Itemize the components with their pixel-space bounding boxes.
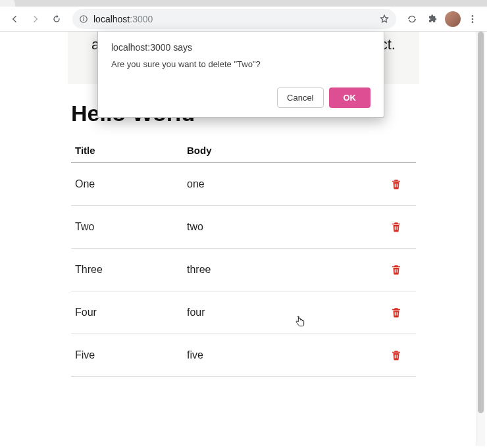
omnibox[interactable]: localhost:3000 bbox=[72, 9, 396, 29]
cell-title: Three bbox=[71, 248, 183, 291]
arrow-right-icon bbox=[30, 14, 41, 24]
data-table: Title Body One one Two two Three three F… bbox=[71, 138, 416, 377]
url-port: :3000 bbox=[130, 14, 153, 24]
dialog-message: Are you sure you want to delete "Two"? bbox=[111, 59, 371, 69]
ok-button[interactable]: OK bbox=[329, 87, 371, 108]
chrome-menu-button[interactable] bbox=[463, 10, 482, 28]
cell-body: four bbox=[183, 291, 376, 334]
table-row: Five five bbox=[71, 334, 416, 376]
cell-body: one bbox=[183, 162, 376, 205]
delete-button[interactable] bbox=[387, 218, 405, 236]
trash-icon bbox=[390, 178, 402, 190]
extensions-button[interactable] bbox=[424, 10, 442, 28]
back-button[interactable] bbox=[5, 10, 24, 28]
delete-button[interactable] bbox=[387, 261, 405, 279]
table-row: One one bbox=[71, 162, 416, 205]
kebab-icon bbox=[467, 14, 478, 24]
cell-body: five bbox=[183, 334, 376, 376]
delete-button[interactable] bbox=[387, 346, 405, 364]
reload-icon bbox=[51, 14, 62, 24]
svg-rect-2 bbox=[83, 16, 84, 17]
col-body-header: Body bbox=[183, 138, 376, 163]
sync-icon bbox=[407, 14, 417, 24]
table-row: Two two bbox=[71, 205, 416, 248]
confirm-dialog: localhost:3000 says Are you sure you wan… bbox=[97, 32, 384, 118]
site-info-icon[interactable] bbox=[79, 14, 88, 24]
col-title-header: Title bbox=[71, 138, 183, 163]
reload-button[interactable] bbox=[47, 10, 66, 28]
cell-body: three bbox=[183, 248, 376, 291]
scrollbar-thumb[interactable] bbox=[478, 32, 484, 413]
cell-title: Five bbox=[71, 334, 183, 376]
forward-button[interactable] bbox=[26, 10, 45, 28]
star-icon bbox=[379, 14, 390, 24]
delete-button[interactable] bbox=[387, 175, 405, 193]
cell-title: Two bbox=[71, 205, 183, 248]
profile-avatar[interactable] bbox=[445, 11, 461, 27]
trash-icon bbox=[390, 264, 402, 276]
bookmark-button[interactable] bbox=[379, 14, 390, 24]
browser-toolbar: localhost:3000 bbox=[0, 7, 487, 32]
col-actions-header bbox=[376, 138, 416, 163]
trash-icon bbox=[390, 307, 402, 318]
delete-button[interactable] bbox=[387, 303, 405, 322]
sync-button[interactable] bbox=[403, 10, 421, 28]
cell-body: two bbox=[183, 205, 376, 248]
url-host: localhost bbox=[93, 14, 130, 24]
cell-title: One bbox=[71, 162, 183, 205]
cell-title: Four bbox=[71, 291, 183, 334]
active-tab[interactable] bbox=[0, 0, 15, 7]
arrow-left-icon bbox=[9, 14, 20, 24]
cancel-button[interactable]: Cancel bbox=[277, 87, 323, 108]
trash-icon bbox=[390, 221, 402, 233]
svg-point-4 bbox=[472, 18, 474, 20]
svg-point-5 bbox=[472, 21, 474, 23]
table-row: Three three bbox=[71, 248, 416, 291]
table-row: Four four bbox=[71, 291, 416, 334]
dialog-origin: localhost:3000 says bbox=[111, 42, 371, 53]
scrollbar[interactable] bbox=[476, 32, 485, 446]
svg-rect-1 bbox=[83, 18, 84, 20]
puzzle-icon bbox=[428, 14, 438, 24]
tab-strip bbox=[0, 0, 487, 7]
trash-icon bbox=[390, 349, 402, 361]
svg-point-3 bbox=[472, 15, 474, 17]
